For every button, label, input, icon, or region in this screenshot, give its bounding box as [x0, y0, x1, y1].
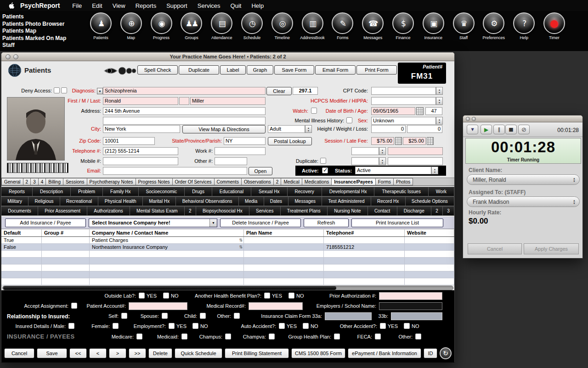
diagnosis-field[interactable]: Schizophrenia: [103, 87, 266, 95]
address-field-1[interactable]: 244 5th Avenue: [103, 107, 266, 115]
tab-observations[interactable]: Observations: [242, 178, 274, 185]
add-insurance-payee-button[interactable]: Add Insurance / Payee: [5, 218, 86, 227]
col-plan[interactable]: Plan Name: [244, 230, 324, 236]
timer-cancel-button[interactable]: ⊘: [518, 125, 530, 134]
another-plan-no-checkbox[interactable]: [288, 293, 294, 299]
active-checkbox[interactable]: [322, 167, 328, 173]
tab-services[interactable]: Services: [249, 206, 281, 216]
launcher-staff[interactable]: Staff: [2, 42, 66, 49]
toolbar-finance-button[interactable]: $Finance: [389, 12, 418, 40]
medicaid-checkbox[interactable]: [181, 334, 187, 339]
save-form-button[interactable]: Save Form: [274, 65, 314, 75]
menu-file[interactable]: File: [72, 2, 82, 9]
tab-general-4[interactable]: 4: [39, 178, 46, 185]
menu-view[interactable]: View: [113, 2, 125, 9]
toolbar-staff-button[interactable]: ♛Staff: [449, 12, 478, 40]
label-button[interactable]: Label: [220, 65, 246, 75]
unlabeled-dropdown-1-stepper[interactable]: [379, 147, 386, 155]
tab-nursing-note[interactable]: Nursing Note: [327, 206, 368, 216]
tab-messages[interactable]: Messages: [288, 196, 322, 206]
view-map-directions-button[interactable]: View Map & Directions: [182, 125, 266, 133]
auto-accident-yes-checkbox[interactable]: [279, 323, 285, 329]
tab-educational[interactable]: Educational: [212, 187, 251, 196]
spell-check-button[interactable]: Spell Check: [137, 65, 178, 75]
print-insurance-list-button[interactable]: Print Insurance List: [351, 218, 443, 227]
middle-name-field[interactable]: [179, 97, 189, 105]
tab-schedule-options[interactable]: Schedule Options: [405, 196, 454, 206]
tab-general[interactable]: General: [1, 178, 23, 185]
session-fee-calculator-icon[interactable]: [395, 137, 402, 145]
delete-insurance-payee-button[interactable]: Delete Insurance / Payee: [220, 218, 301, 227]
timer-titlebar[interactable]: [463, 115, 582, 122]
insurance-table-row[interactable]: True Patient Charges⇅: [1, 237, 454, 244]
medicare-checkbox[interactable]: [136, 334, 142, 339]
timer-disclosure-button[interactable]: ▼: [467, 125, 478, 134]
print-form-button[interactable]: Print Form: [356, 65, 397, 75]
row-stepper-icon[interactable]: ⇅: [239, 237, 243, 243]
insurance-table-row-empty[interactable]: [1, 251, 454, 258]
tab-family-hx[interactable]: Family Hx: [102, 187, 138, 196]
menu-quit[interactable]: Quit: [231, 2, 242, 9]
tab-contact[interactable]: Contact: [368, 206, 397, 216]
timer-play-button[interactable]: ▶: [481, 125, 492, 134]
refresh-sync-icon[interactable]: ↻: [440, 347, 452, 359]
age-field[interactable]: 47: [425, 107, 442, 115]
toolbar-timer-button[interactable]: ●Timer: [540, 12, 569, 40]
timer-apply-charges-button[interactable]: Apply Charges: [524, 243, 579, 254]
tab-discharge-3[interactable]: 3: [442, 206, 454, 216]
insurance-table-row-empty[interactable]: [1, 258, 454, 264]
tab-therapeutic-issues[interactable]: Therapeutic Issues: [374, 187, 428, 196]
tab-prior-assessment[interactable]: Prior Assessment: [38, 206, 87, 216]
menu-services[interactable]: Services: [198, 2, 220, 9]
champus-checkbox[interactable]: [225, 334, 231, 339]
female-checkbox[interactable]: [113, 323, 119, 329]
hcpcs-field[interactable]: [371, 97, 436, 105]
dob-field[interactable]: 09/05/1965: [371, 107, 415, 115]
duplicate-checkbox[interactable]: [320, 158, 326, 164]
tab-psychotherapy-notes[interactable]: Psychotherapy Notes: [87, 178, 136, 185]
col-website[interactable]: Website: [405, 230, 454, 236]
last-name-field[interactable]: Miller: [190, 97, 266, 105]
horizontal-scrollbar[interactable]: [2, 286, 453, 290]
tab-authorizations[interactable]: Authorizations: [87, 206, 130, 216]
status-dropdown[interactable]: Active: [355, 167, 431, 174]
employment-yes-checkbox[interactable]: [169, 323, 175, 329]
deny-access-checkbox-2[interactable]: [61, 87, 67, 93]
menu-help[interactable]: Help: [251, 2, 264, 9]
tab-developmental-hx[interactable]: Developmental Hx: [322, 187, 375, 196]
tab-military[interactable]: Military: [1, 196, 28, 206]
tab-order-of-services[interactable]: Order Of Services: [173, 178, 215, 185]
minimize-window-button[interactable]: [13, 54, 18, 59]
employers-school-field[interactable]: [379, 302, 442, 310]
assigned-to-dropdown[interactable]: Frank Madison▲▼: [467, 196, 580, 207]
late-fee-field[interactable]: $25.00: [403, 137, 426, 145]
timer-minimize-button[interactable]: [472, 117, 476, 121]
feca-checkbox[interactable]: [375, 334, 381, 339]
cancel-button[interactable]: Cancel: [4, 348, 34, 358]
print-billing-statement-button[interactable]: Print Billing Statement: [225, 348, 289, 358]
tab-documents[interactable]: Documents: [1, 206, 38, 216]
tab-physical-health[interactable]: Physical Health: [98, 196, 142, 206]
tab-reports[interactable]: Reports: [1, 187, 33, 196]
tab-sessions[interactable]: Sessions: [63, 178, 87, 185]
session-fee-field[interactable]: $75.00: [371, 137, 394, 145]
insurance-table-row[interactable]: False Northeastern Insurance Company⇅ 71…: [1, 244, 454, 251]
state-field[interactable]: NY: [224, 137, 266, 145]
refresh-button[interactable]: Refresh: [304, 218, 349, 227]
tab-recovery[interactable]: Recovery: [287, 187, 322, 196]
duplicate-button[interactable]: Duplicate: [179, 65, 219, 75]
tab-socioeconomic[interactable]: Socioeconomic: [138, 187, 185, 196]
unlabeled-dropdown-1[interactable]: [351, 147, 379, 155]
tab-medical[interactable]: Medical: [281, 178, 302, 185]
height-field[interactable]: 0: [371, 125, 406, 133]
timer-cancel-charges-button[interactable]: Cancel: [468, 243, 522, 254]
group-health-plan-checkbox[interactable]: [334, 334, 340, 339]
launcher-patients-marked-on-map[interactable]: Patients Marked On Map: [2, 35, 66, 42]
other-relationship-checkbox[interactable]: [234, 313, 240, 319]
menu-reports[interactable]: Reports: [136, 2, 157, 9]
next-record-button[interactable]: >: [109, 348, 126, 358]
postal-lookup-button[interactable]: Postal Lookup: [268, 137, 312, 145]
toolbar-preferences-button[interactable]: ⚙Preferences: [479, 12, 508, 40]
hcpcs-stepper[interactable]: [436, 97, 443, 105]
first-name-field[interactable]: Ronald: [103, 97, 178, 105]
